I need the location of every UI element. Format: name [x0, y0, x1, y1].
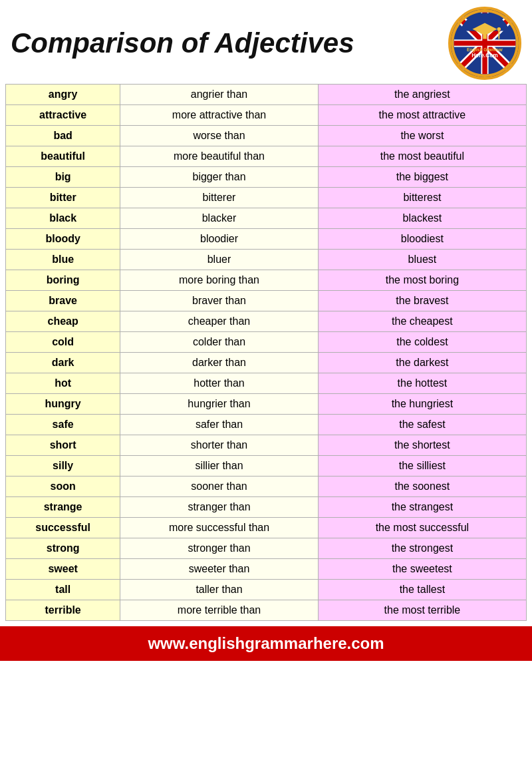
table-row: badworse thanthe worst	[6, 126, 527, 146]
base-adjective: brave	[6, 291, 120, 311]
superlative-form: the most beautiful	[318, 146, 526, 167]
superlative-form: the safest	[318, 415, 526, 435]
table-row: bigbigger thanthe biggest	[6, 167, 527, 188]
svg-rect-8	[454, 41, 516, 45]
comparative-form: bloodier	[120, 229, 319, 250]
base-adjective: bloody	[6, 229, 120, 250]
comparative-form: shorter than	[120, 435, 319, 456]
comparative-form: sillier than	[120, 456, 319, 477]
table-row: sillysillier thanthe silliest	[6, 456, 527, 477]
comparative-form: hungrier than	[120, 394, 319, 415]
comparative-form: taller than	[120, 580, 319, 600]
superlative-form: the hungriest	[318, 394, 526, 415]
superlative-form: the most boring	[318, 270, 526, 291]
base-adjective: angry	[6, 85, 120, 105]
table-row: shortshorter thanthe shortest	[6, 435, 527, 456]
comparative-form: bitterer	[120, 188, 319, 208]
table-row: attractivemore attractive thanthe most a…	[6, 105, 527, 126]
superlative-form: bitterest	[318, 188, 526, 208]
base-adjective: cheap	[6, 311, 120, 332]
superlative-form: the shortest	[318, 435, 526, 456]
table-row: bloodybloodierbloodiest	[6, 229, 527, 250]
comparative-form: cheaper than	[120, 311, 319, 332]
svg-text:Here.Com: Here.Com	[471, 52, 497, 59]
superlative-form: the angriest	[318, 85, 526, 105]
table-row: talltaller thanthe tallest	[6, 580, 527, 600]
base-adjective: safe	[6, 415, 120, 435]
superlative-form: the coldest	[318, 332, 526, 353]
superlative-form: the soonest	[318, 477, 526, 497]
table-row: darkdarker thanthe darkest	[6, 353, 527, 373]
comparative-form: stranger than	[120, 497, 319, 518]
table-row: soonsooner thanthe soonest	[6, 477, 527, 497]
adjectives-table-container: angryangrier thanthe angriestattractivem…	[0, 84, 532, 621]
base-adjective: big	[6, 167, 120, 188]
superlative-form: the most attractive	[318, 105, 526, 126]
superlative-form: the most successful	[318, 518, 526, 538]
base-adjective: attractive	[6, 105, 120, 126]
logo: English Grammar Here.Com	[448, 7, 521, 80]
superlative-form: the cheapest	[318, 311, 526, 332]
superlative-form: the strangest	[318, 497, 526, 518]
table-row: angryangrier thanthe angriest	[6, 85, 527, 105]
table-row: terriblemore terrible thanthe most terri…	[6, 600, 527, 621]
comparative-form: bigger than	[120, 167, 319, 188]
base-adjective: blue	[6, 250, 120, 270]
superlative-form: blackest	[318, 208, 526, 229]
comparative-form: colder than	[120, 332, 319, 353]
table-row: boringmore boring thanthe most boring	[6, 270, 527, 291]
comparative-form: safer than	[120, 415, 319, 435]
superlative-form: bluest	[318, 250, 526, 270]
comparative-form: more beautiful than	[120, 146, 319, 167]
base-adjective: beautiful	[6, 146, 120, 167]
base-adjective: cold	[6, 332, 120, 353]
table-row: beautifulmore beautiful thanthe most bea…	[6, 146, 527, 167]
comparative-form: angrier than	[120, 85, 319, 105]
comparative-form: stronger than	[120, 538, 319, 559]
superlative-form: bloodiest	[318, 229, 526, 250]
table-row: safesafer thanthe safest	[6, 415, 527, 435]
base-adjective: tall	[6, 580, 120, 600]
comparative-form: bluer	[120, 250, 319, 270]
table-row: bravebraver thanthe bravest	[6, 291, 527, 311]
comparative-form: worse than	[120, 126, 319, 146]
superlative-form: the hottest	[318, 373, 526, 394]
comparative-form: darker than	[120, 353, 319, 373]
table-row: hothotter thanthe hottest	[6, 373, 527, 394]
base-adjective: dark	[6, 353, 120, 373]
base-adjective: strange	[6, 497, 120, 518]
superlative-form: the worst	[318, 126, 526, 146]
page-header: Comparison of Adjectives	[0, 0, 532, 84]
table-row: hungryhungrier thanthe hungriest	[6, 394, 527, 415]
base-adjective: hungry	[6, 394, 120, 415]
superlative-form: the biggest	[318, 167, 526, 188]
page-title: Comparison of Adjectives	[11, 28, 354, 59]
base-adjective: short	[6, 435, 120, 456]
base-adjective: bad	[6, 126, 120, 146]
table-row: strangestranger thanthe strangest	[6, 497, 527, 518]
base-adjective: strong	[6, 538, 120, 559]
comparative-form: sooner than	[120, 477, 319, 497]
table-row: bluebluerbluest	[6, 250, 527, 270]
table-row: coldcolder thanthe coldest	[6, 332, 527, 353]
base-adjective: soon	[6, 477, 120, 497]
base-adjective: sweet	[6, 559, 120, 580]
adjectives-table: angryangrier thanthe angriestattractivem…	[5, 84, 527, 621]
table-row: strongstronger thanthe strongest	[6, 538, 527, 559]
table-row: successfulmore successful thanthe most s…	[6, 518, 527, 538]
table-row: sweetsweeter thanthe sweetest	[6, 559, 527, 580]
base-adjective: silly	[6, 456, 120, 477]
table-row: blackblackerblackest	[6, 208, 527, 229]
superlative-form: the most terrible	[318, 600, 526, 621]
comparative-form: more boring than	[120, 270, 319, 291]
base-adjective: black	[6, 208, 120, 229]
superlative-form: the strongest	[318, 538, 526, 559]
base-adjective: boring	[6, 270, 120, 291]
superlative-form: the silliest	[318, 456, 526, 477]
comparative-form: hotter than	[120, 373, 319, 394]
superlative-form: the darkest	[318, 353, 526, 373]
superlative-form: the sweetest	[318, 559, 526, 580]
base-adjective: terrible	[6, 600, 120, 621]
footer: www.englishgrammarhere.com	[0, 626, 532, 661]
comparative-form: more successful than	[120, 518, 319, 538]
